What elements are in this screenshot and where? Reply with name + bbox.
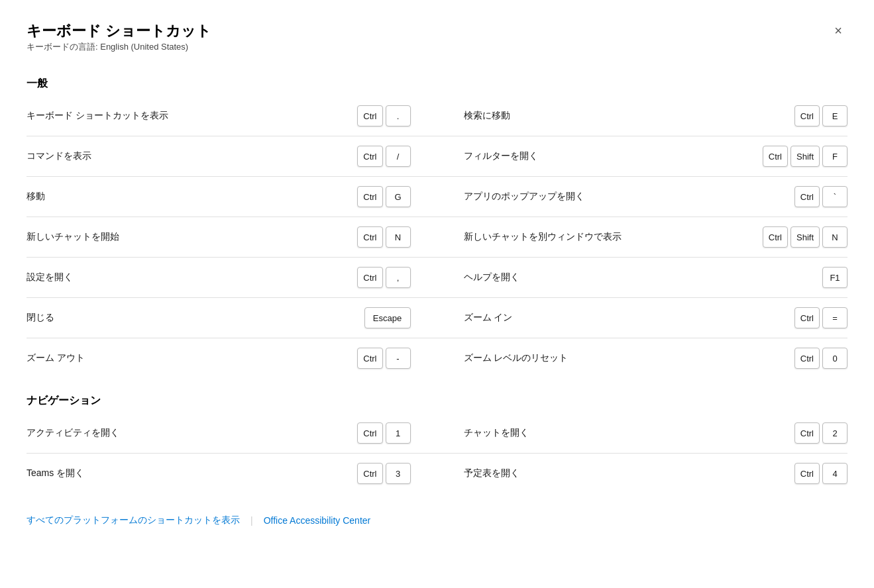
key-badge: Ctrl	[794, 463, 820, 484]
key-badge: Ctrl	[357, 267, 382, 288]
key-badge: G	[386, 186, 411, 207]
key-badge: Ctrl	[794, 186, 820, 207]
shortcut-label-right-general-4: ヘルプを開く	[464, 271, 519, 283]
key-badge: N	[386, 226, 411, 248]
key-badge: -	[386, 348, 411, 369]
dialog-subtitle: キーボードの言語: English (United States)	[27, 41, 211, 53]
dialog-title-group: キーボード ショートカット キーボードの言語: English (United …	[27, 21, 211, 72]
shortcut-row-right-general-0: 検索に移動CtrlE	[437, 96, 848, 136]
key-badge: 4	[822, 463, 847, 484]
keys-left-navigation-0: Ctrl1	[357, 422, 410, 444]
shortcut-label-left-navigation-1: Teams を開く	[27, 467, 84, 479]
key-badge: =	[822, 307, 847, 328]
key-badge: Escape	[364, 307, 411, 328]
keys-right-navigation-0: Ctrl2	[794, 422, 847, 444]
key-badge: Ctrl	[794, 307, 820, 328]
key-badge: 1	[386, 422, 411, 444]
keys-left-navigation-1: Ctrl3	[357, 463, 410, 484]
shortcut-label-right-general-5: ズーム イン	[464, 312, 513, 324]
shortcut-row-right-general-3: 新しいチャットを別ウィンドウで表示CtrlShiftN	[437, 217, 848, 258]
keys-right-general-4: F1	[822, 267, 847, 288]
shortcut-row-left-general-6: ズーム アウトCtrl-	[27, 338, 437, 378]
shortcut-label-left-general-4: 設定を開く	[27, 271, 73, 283]
shortcut-row-left-general-1: コマンドを表示Ctrl/	[27, 136, 437, 177]
footer: すべてのプラットフォームのショートカットを表示 | Office Accessi…	[27, 514, 847, 526]
key-badge: /	[386, 146, 411, 167]
key-badge: Ctrl	[357, 146, 382, 167]
key-badge: Ctrl	[794, 422, 820, 444]
key-badge: Ctrl	[763, 146, 788, 167]
shortcut-label-right-general-0: 検索に移動	[464, 110, 510, 122]
key-badge: Ctrl	[357, 186, 382, 207]
keys-right-general-1: CtrlShiftF	[763, 146, 847, 167]
shortcut-label-right-navigation-1: 予定表を開く	[464, 467, 519, 479]
shortcut-label-left-general-0: キーボード ショートカットを表示	[27, 110, 168, 122]
shortcut-row-left-general-4: 設定を開くCtrl,	[27, 258, 437, 298]
dialog-title: キーボード ショートカット	[27, 21, 211, 41]
key-badge: Ctrl	[357, 105, 382, 126]
shortcut-label-left-general-6: ズーム アウト	[27, 352, 85, 364]
shortcut-label-left-navigation-0: アクティビティを開く	[27, 427, 119, 439]
key-badge: 0	[822, 348, 847, 369]
shortcut-row-right-navigation-0: チャットを開くCtrl2	[437, 413, 848, 454]
right-col-navigation: チャットを開くCtrl2予定表を開くCtrl4	[437, 413, 848, 493]
key-badge: E	[822, 105, 847, 126]
shortcut-row-left-navigation-1: Teams を開くCtrl3	[27, 454, 437, 493]
shortcut-row-right-general-6: ズーム レベルのリセットCtrl0	[437, 338, 848, 378]
key-badge: `	[822, 186, 847, 207]
keys-right-general-3: CtrlShiftN	[763, 226, 847, 248]
close-button[interactable]: ×	[829, 21, 847, 40]
key-badge: Ctrl	[794, 105, 820, 126]
section-grid-navigation: アクティビティを開くCtrl1Teams を開くCtrl3チャットを開くCtrl…	[27, 413, 847, 493]
left-col-general: キーボード ショートカットを表示Ctrl.コマンドを表示Ctrl/移動CtrlG…	[27, 96, 437, 378]
shortcut-label-left-general-2: 移動	[27, 191, 45, 203]
shortcut-label-left-general-5: 閉じる	[27, 312, 54, 324]
footer-separator: |	[250, 515, 253, 526]
keys-left-general-2: CtrlG	[357, 186, 410, 207]
keys-right-navigation-1: Ctrl4	[794, 463, 847, 484]
key-badge: .	[386, 105, 411, 126]
keys-left-general-3: CtrlN	[357, 226, 410, 248]
shortcut-label-right-general-6: ズーム レベルのリセット	[464, 352, 569, 364]
all-platforms-link[interactable]: すべてのプラットフォームのショートカットを表示	[27, 514, 240, 526]
keys-right-general-6: Ctrl0	[794, 348, 847, 369]
shortcut-row-left-general-3: 新しいチャットを開始CtrlN	[27, 217, 437, 258]
keys-right-general-2: Ctrl`	[794, 186, 847, 207]
shortcut-row-right-navigation-1: 予定表を開くCtrl4	[437, 454, 848, 493]
key-badge: Ctrl	[794, 348, 820, 369]
shortcut-row-left-navigation-0: アクティビティを開くCtrl1	[27, 413, 437, 454]
accessibility-center-link[interactable]: Office Accessibility Center	[264, 515, 371, 526]
key-badge: Ctrl	[357, 226, 382, 248]
keys-left-general-1: Ctrl/	[357, 146, 410, 167]
shortcut-row-left-general-2: 移動CtrlG	[27, 177, 437, 217]
sections-container: 一般キーボード ショートカットを表示Ctrl.コマンドを表示Ctrl/移動Ctr…	[27, 77, 847, 493]
section-title-general: 一般	[27, 77, 847, 91]
key-badge: Ctrl	[357, 348, 382, 369]
shortcut-label-right-navigation-0: チャットを開く	[464, 427, 529, 439]
dialog-header: キーボード ショートカット キーボードの言語: English (United …	[27, 21, 847, 72]
shortcut-row-left-general-0: キーボード ショートカットを表示Ctrl.	[27, 96, 437, 136]
shortcut-row-right-general-2: アプリのポップアップを開くCtrl`	[437, 177, 848, 217]
shortcut-row-left-general-5: 閉じるEscape	[27, 298, 437, 338]
keys-right-general-0: CtrlE	[794, 105, 847, 126]
shortcut-label-right-general-1: フィルターを開く	[464, 150, 538, 162]
key-badge: 2	[822, 422, 847, 444]
keys-left-general-4: Ctrl,	[357, 267, 410, 288]
key-badge: Shift	[791, 146, 820, 167]
shortcut-row-right-general-4: ヘルプを開くF1	[437, 258, 848, 298]
key-badge: F1	[822, 267, 847, 288]
key-badge: Shift	[791, 226, 820, 248]
keys-left-general-5: Escape	[364, 307, 411, 328]
right-col-general: 検索に移動CtrlEフィルターを開くCtrlShiftFアプリのポップアップを開…	[437, 96, 848, 378]
key-badge: N	[822, 226, 847, 248]
keyboard-shortcuts-dialog: キーボード ショートカット キーボードの言語: English (United …	[0, 0, 874, 588]
left-col-navigation: アクティビティを開くCtrl1Teams を開くCtrl3	[27, 413, 437, 493]
section-title-navigation: ナビゲーション	[27, 394, 847, 408]
shortcut-label-left-general-1: コマンドを表示	[27, 150, 91, 162]
shortcut-row-right-general-1: フィルターを開くCtrlShiftF	[437, 136, 848, 177]
key-badge: F	[822, 146, 847, 167]
section-grid-general: キーボード ショートカットを表示Ctrl.コマンドを表示Ctrl/移動CtrlG…	[27, 96, 847, 378]
key-badge: 3	[386, 463, 411, 484]
key-badge: Ctrl	[763, 226, 788, 248]
keys-left-general-0: Ctrl.	[357, 105, 410, 126]
